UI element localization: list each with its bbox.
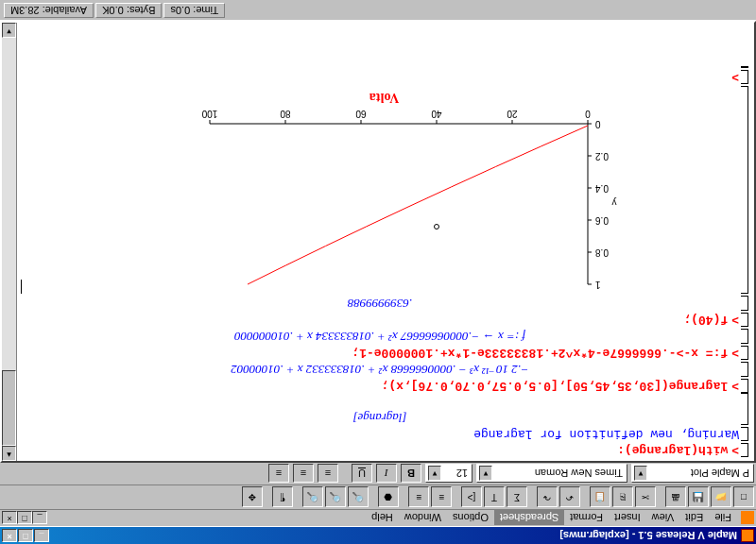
chevron-down-icon: ▼ xyxy=(479,467,492,482)
text-cursor xyxy=(21,280,22,294)
prompt: > xyxy=(728,379,739,393)
menu-options[interactable]: Options xyxy=(447,511,494,526)
print-button[interactable]: 🖶 xyxy=(665,487,686,508)
menu-edit[interactable]: Edit xyxy=(679,511,709,526)
undo-button[interactable]: ↶ xyxy=(559,487,580,508)
cut-button[interactable]: ✂ xyxy=(635,487,656,508)
vertical-scrollbar[interactable]: ▲ ▼ xyxy=(2,23,17,461)
svg-text:0: 0 xyxy=(585,109,591,119)
zoom1-button[interactable]: 🔍 xyxy=(348,487,369,508)
italic-button[interactable]: I xyxy=(376,465,397,484)
input-line[interactable]: f(40); xyxy=(683,313,728,327)
titlebar: Maple V Release 5.1 - [explagr.mws] _ □ … xyxy=(0,527,756,544)
svg-text:60: 60 xyxy=(355,109,367,119)
stop-button[interactable]: ⬣ xyxy=(378,487,399,508)
text-button[interactable]: T xyxy=(484,487,505,508)
worksheet[interactable]: >with(lagrange): Warning, new definition… xyxy=(0,21,756,463)
window-title: Maple V Release 5.1 - [explagr.mws] xyxy=(49,530,737,541)
svg-text:1: 1 xyxy=(595,280,601,290)
doc-maximize-button[interactable]: □ xyxy=(17,512,32,525)
menu-view[interactable]: View xyxy=(646,511,680,526)
scroll-thumb[interactable] xyxy=(2,370,16,446)
nonprint-button[interactable]: ¶ xyxy=(272,487,293,508)
plot-area[interactable]: 0 0.2 0.4 0.6 0.8 1 y 0 20 40 xyxy=(191,105,626,294)
status-bytes: Bytes: 0.0K xyxy=(95,4,162,19)
redo-button[interactable]: ↷ xyxy=(537,487,558,508)
menu-insert[interactable]: Insert xyxy=(609,511,646,526)
font-combo[interactable]: Times New Roman ▼ xyxy=(476,465,627,484)
font-label: Times New Roman xyxy=(492,468,625,480)
zoom2-button[interactable]: 🔍 xyxy=(325,487,346,508)
scroll-up-button[interactable]: ▲ xyxy=(2,446,16,461)
indent-out-button[interactable]: ≡ xyxy=(431,487,452,508)
toolbar: □ 📂 💾 🖶 ✂ ⎘ 📋 ↶ ↷ Σ T [> ≡ ≡ ⬣ 🔍 🔍 🔍 ¶ ✥ xyxy=(0,485,756,510)
svg-text:x: x xyxy=(397,105,402,108)
svg-point-28 xyxy=(435,225,439,230)
align-right-button[interactable]: ≡ xyxy=(268,465,289,484)
status-available: Available: 28.3M xyxy=(4,4,94,19)
svg-text:80: 80 xyxy=(280,109,291,119)
menu-window[interactable]: Window xyxy=(399,511,447,526)
svg-text:0.6: 0.6 xyxy=(595,215,609,226)
sigma-button[interactable]: Σ xyxy=(507,487,527,508)
resize-button[interactable]: ✥ xyxy=(242,487,263,508)
format-bar: P Maple Plot ▼ Times New Roman ▼ 12 ▼ B … xyxy=(0,463,756,485)
svg-text:100: 100 xyxy=(201,109,217,119)
zoom3-button[interactable]: 🔍 xyxy=(302,487,323,508)
menu-format[interactable]: Format xyxy=(564,511,609,526)
style-label: P Maple Plot xyxy=(647,468,751,480)
align-center-button[interactable]: ≡ xyxy=(293,465,314,484)
svg-text:0.4: 0.4 xyxy=(595,183,609,194)
indent-in-button[interactable]: ≡ xyxy=(408,487,429,508)
input-line[interactable]: f:= x->-.6666667e-4*x^2+.18333333e-1*x+.… xyxy=(352,346,728,360)
chevron-down-icon: ▼ xyxy=(634,467,647,482)
plot-title: Volta xyxy=(29,90,739,105)
underline-button[interactable]: U xyxy=(352,465,372,484)
statusbar: Time: 0.0s Bytes: 0.0K Available: 28.3M xyxy=(0,2,756,21)
new-button[interactable]: □ xyxy=(733,487,754,508)
menu-help[interactable]: Help xyxy=(366,511,399,526)
maximize-button[interactable]: □ xyxy=(18,529,33,542)
svg-text:0: 0 xyxy=(595,119,601,129)
svg-text:y: y xyxy=(612,197,617,208)
style-combo[interactable]: P Maple Plot ▼ xyxy=(631,465,754,484)
menu-file[interactable]: File xyxy=(709,511,737,526)
menu-spreadsheet[interactable]: Spreadsheet xyxy=(494,511,564,526)
bold-button[interactable]: B xyxy=(401,465,421,484)
size-label: 12 xyxy=(441,468,470,480)
align-left-button[interactable]: ≡ xyxy=(318,465,338,484)
prompt: > xyxy=(728,313,739,327)
svg-text:0.8: 0.8 xyxy=(595,247,609,258)
copy-button[interactable]: ⎘ xyxy=(612,487,633,508)
svg-text:40: 40 xyxy=(431,109,442,119)
open-button[interactable]: 📂 xyxy=(711,487,731,508)
chevron-down-icon: ▼ xyxy=(428,467,441,482)
svg-text:20: 20 xyxy=(507,109,518,119)
app-icon xyxy=(741,529,754,542)
prompt: > xyxy=(728,443,739,457)
close-button[interactable]: × xyxy=(2,529,17,542)
input-line[interactable]: lagrange([30,35,45,50],[0.5,0.57,0.70,0.… xyxy=(382,379,729,393)
menubar: File Edit View Insert Format Spreadsheet… xyxy=(0,510,756,527)
output-line: .6399999988 xyxy=(21,296,739,311)
output-line: [lagrange] xyxy=(21,410,739,425)
input-line[interactable]: with(lagrange): xyxy=(617,443,728,457)
scroll-down-button[interactable]: ▼ xyxy=(2,23,16,38)
size-combo[interactable]: 12 ▼ xyxy=(425,465,472,484)
warning-text: Warning, new definition for lagrange xyxy=(473,427,739,441)
paste-button[interactable]: 📋 xyxy=(590,487,610,508)
doc-icon xyxy=(741,512,754,525)
save-button[interactable]: 💾 xyxy=(688,487,709,508)
output-line: −.2 10⁻¹² x³ − .0000666668 x² + .0183333… xyxy=(21,362,739,377)
output-line: f := x → −.00006666667 x² + .018333334 x… xyxy=(21,329,739,344)
doc-minimize-button[interactable]: _ xyxy=(32,512,47,525)
status-time: Time: 0.0s xyxy=(163,4,225,19)
prompt: > xyxy=(728,70,739,84)
prompt: > xyxy=(728,346,739,360)
svg-text:0.2: 0.2 xyxy=(595,151,609,162)
doc-close-button[interactable]: × xyxy=(2,512,17,525)
minimize-button[interactable]: _ xyxy=(34,529,49,542)
prompt-button[interactable]: [> xyxy=(461,487,482,508)
